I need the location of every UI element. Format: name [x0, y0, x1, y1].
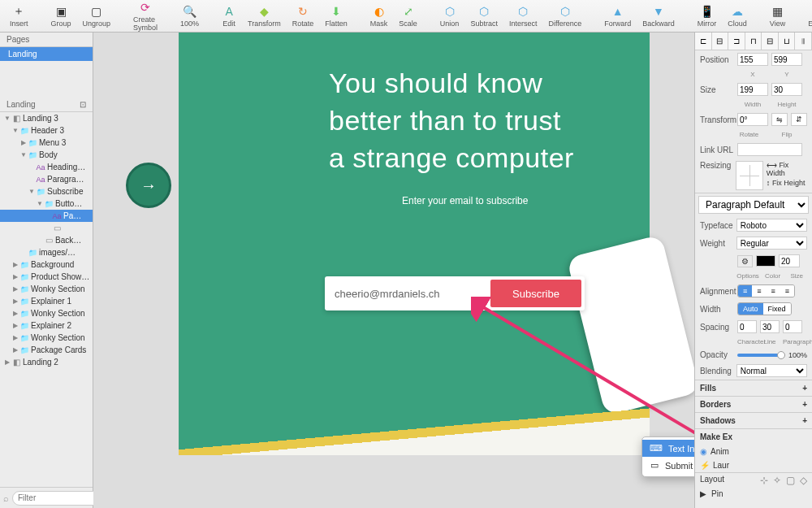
blending-select[interactable]: Normal: [736, 364, 807, 377]
align-top-button[interactable]: ⊓: [745, 33, 762, 50]
disclosure-icon[interactable]: ▼: [3, 115, 11, 122]
disclosure-icon[interactable]: ▶: [11, 273, 19, 280]
fills-header[interactable]: Fills+: [695, 380, 812, 396]
layer-row[interactable]: ▼Header 3: [0, 124, 93, 137]
para-spacing-input[interactable]: [783, 320, 802, 333]
disclosure-icon[interactable]: ▼: [19, 151, 28, 158]
layer-row[interactable]: ▶Menu 3: [0, 137, 93, 149]
shadows-header[interactable]: Shadows+: [695, 412, 812, 428]
disclosure-icon[interactable]: ▶: [3, 358, 11, 366]
rotate-input[interactable]: [737, 113, 768, 126]
font-size-input[interactable]: [779, 254, 800, 267]
union-button[interactable]: ⬡Union: [435, 2, 464, 29]
add-shadow-icon[interactable]: +: [802, 416, 807, 425]
layer-row[interactable]: ▶Product Show…: [0, 271, 93, 283]
pin-tool2-icon[interactable]: ✧: [773, 475, 781, 486]
ungroup-button[interactable]: ▢Ungroup: [78, 2, 116, 29]
mirror-button[interactable]: 📱Mirror: [693, 2, 722, 29]
disclosure-icon[interactable]: ▶: [11, 310, 19, 317]
disclosure-icon[interactable]: ▶: [11, 285, 19, 293]
email-input[interactable]: [328, 288, 490, 300]
resizing-control[interactable]: [736, 161, 763, 190]
align-vcenter-button[interactable]: ⊟: [762, 33, 779, 50]
disclosure-icon[interactable]: ▼: [28, 188, 36, 195]
linkurl-input[interactable]: [737, 143, 802, 156]
flatten-button[interactable]: ⬇Flatten: [320, 2, 352, 29]
cloud-button[interactable]: ☁Cloud: [723, 2, 752, 29]
page-item[interactable]: Landing: [0, 47, 93, 61]
export-button[interactable]: ⬆Export: [803, 2, 812, 29]
ctx-submit-button[interactable]: ▭Submit Button: [642, 457, 694, 474]
typeface-select[interactable]: Roboto: [736, 219, 807, 232]
add-border-icon[interactable]: +: [802, 400, 807, 409]
fix-width-toggle[interactable]: ⟷ Fix Width: [767, 161, 807, 177]
create-symbol-button[interactable]: ⟳Create Symbol: [128, 0, 162, 33]
arrow-circle-button[interactable]: →: [126, 163, 171, 208]
subscribe-button[interactable]: Subscribe: [490, 280, 581, 307]
layer-row[interactable]: ▼Body: [0, 149, 93, 161]
align-right-button[interactable]: ⊐: [728, 33, 745, 50]
mask-button[interactable]: ◐Mask: [365, 2, 393, 29]
layer-row[interactable]: ▶◧Landing 2: [0, 356, 93, 368]
layer-row[interactable]: ▶Explainer 2: [0, 319, 93, 332]
weight-select[interactable]: Regular: [736, 237, 807, 250]
fix-height-toggle[interactable]: ↕ Fix Height: [767, 179, 807, 187]
align-hcenter-button[interactable]: ⊟: [712, 33, 729, 50]
align-text-right[interactable]: ≡: [767, 285, 780, 297]
text-options-button[interactable]: ⚙: [737, 255, 753, 267]
width-fixed[interactable]: Fixed: [763, 303, 791, 315]
y-input[interactable]: [771, 53, 802, 66]
transform-button[interactable]: ◆Transform: [243, 2, 286, 29]
pin-tool4-icon[interactable]: ◇: [800, 475, 807, 486]
pin-disclosure[interactable]: ▶: [700, 489, 706, 498]
zoom-control[interactable]: 🔍100%: [175, 2, 204, 29]
backward-button[interactable]: ▼Backward: [637, 2, 680, 29]
layer-row[interactable]: ▶Wonky Section: [0, 283, 93, 295]
layer-row[interactable]: ▶Wonky Section: [0, 307, 93, 319]
scale-button[interactable]: ⤢Scale: [394, 2, 422, 29]
align-text-left[interactable]: ≡: [738, 285, 752, 297]
canvas[interactable]: → You should know better than to trust a…: [93, 33, 694, 508]
disclosure-icon[interactable]: ▶: [11, 322, 19, 329]
launch-row[interactable]: ⚡ Laur: [695, 458, 812, 472]
artboard-nav-icon[interactable]: ⊡: [80, 100, 86, 109]
height-input[interactable]: [771, 83, 802, 96]
layers-header[interactable]: Landing⊡: [0, 98, 93, 112]
align-text-justify[interactable]: ≡: [780, 285, 794, 297]
layer-row[interactable]: ▭Back…: [0, 234, 93, 246]
pin-tool-icon[interactable]: ⊹: [760, 475, 768, 486]
width-auto[interactable]: Auto: [738, 303, 763, 315]
pin-tool3-icon[interactable]: ▢: [786, 475, 795, 486]
rotate-button[interactable]: ↻Rotate: [287, 2, 319, 29]
layer-row[interactable]: ▶Wonky Section: [0, 332, 93, 344]
disclosure-icon[interactable]: ▶: [11, 346, 19, 354]
x-input[interactable]: [737, 53, 768, 66]
flip-h-button[interactable]: ⇋: [771, 113, 788, 126]
make-exportable-header[interactable]: Make Ex: [695, 428, 812, 445]
layer-row[interactable]: ▼◧Landing 3: [0, 112, 93, 124]
layer-row[interactable]: AaParagra…: [0, 173, 93, 185]
headline-text[interactable]: You should know better than to trust a s…: [329, 65, 574, 177]
borders-header[interactable]: Borders+: [695, 396, 812, 412]
flip-v-button[interactable]: ⇵: [791, 113, 807, 126]
subtract-button[interactable]: ⬡Subtract: [465, 2, 503, 29]
disclosure-icon[interactable]: ▶: [11, 334, 19, 341]
anim-row[interactable]: ◉ Anim: [695, 445, 812, 458]
disclosure-icon[interactable]: ▶: [11, 261, 19, 268]
disclosure-icon[interactable]: ▼: [36, 200, 44, 207]
align-left-button[interactable]: ⊏: [695, 33, 712, 50]
distribute-button[interactable]: ⫴: [795, 33, 812, 50]
edit-button[interactable]: AEdit: [217, 2, 241, 29]
layer-row[interactable]: ▼Subscribe: [0, 185, 93, 198]
subhead-text[interactable]: Enter your email to subscribe: [402, 195, 528, 206]
width-input[interactable]: [737, 83, 768, 96]
difference-button[interactable]: ⬡Difference: [543, 2, 586, 29]
disclosure-icon[interactable]: ▶: [11, 297, 19, 305]
layer-row[interactable]: images/…: [0, 246, 93, 258]
text-style-select[interactable]: Paragraph Default: [698, 196, 809, 214]
layer-row[interactable]: ▭: [0, 222, 93, 234]
char-spacing-input[interactable]: [737, 320, 757, 333]
layer-row[interactable]: ▶Package Cards: [0, 344, 93, 356]
insert-button[interactable]: ＋Insert: [5, 2, 33, 29]
add-fill-icon[interactable]: +: [802, 384, 807, 393]
